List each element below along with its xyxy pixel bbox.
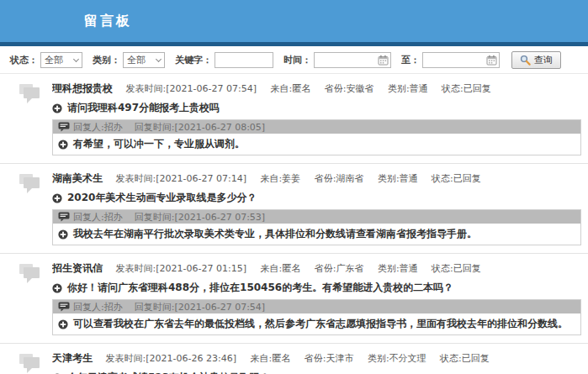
search-button[interactable]: 查询 bbox=[511, 51, 561, 69]
meta-posted-value: [2021-06-27 07:54] bbox=[166, 83, 257, 94]
message-title[interactable]: 理科想报贵校 bbox=[52, 82, 113, 94]
meta-posted-label: 发表时间: bbox=[116, 173, 156, 184]
chat-bubbles-icon bbox=[19, 174, 44, 196]
answer-line: 有希望，可以冲一下，专业服从调剂。 bbox=[53, 134, 580, 155]
reply-time-label: 回复时间: bbox=[135, 122, 175, 133]
replier-label: 回复人: bbox=[73, 302, 104, 313]
reply-time-label: 回复时间: bbox=[135, 212, 175, 223]
replier-value: 招办 bbox=[104, 212, 123, 223]
meta-category: 类别:普通 bbox=[378, 263, 418, 274]
calendar-icon[interactable] bbox=[378, 55, 389, 66]
reply-time: 回复时间:[2021-06-27 07:54] bbox=[135, 301, 265, 313]
meta-province: 省份:广东省 bbox=[315, 263, 364, 274]
reply-time: 回复时间:[2021-06-27 08:05] bbox=[135, 121, 265, 134]
replier-label: 回复人: bbox=[73, 122, 104, 133]
meta-province-value: 湖南省 bbox=[336, 173, 363, 184]
replier-value: 招办 bbox=[104, 122, 123, 133]
meta-from: 来自:匿名 bbox=[250, 353, 290, 364]
reply-time-value: [2021-06-27 07:53] bbox=[174, 212, 265, 223]
meta-province: 省份:天津市 bbox=[305, 353, 354, 364]
keyword-input[interactable] bbox=[215, 52, 273, 68]
time-from-input[interactable] bbox=[315, 54, 378, 66]
reply-time: 回复时间:[2021-06-27 07:53] bbox=[135, 211, 265, 224]
meta-category-value: 不分文理 bbox=[389, 353, 426, 364]
meta-category-value: 普通 bbox=[410, 83, 428, 94]
message-title[interactable]: 招生资讯信 bbox=[52, 262, 103, 274]
plus-circle-icon bbox=[58, 229, 68, 240]
time-to-field[interactable] bbox=[422, 52, 500, 68]
meta-province-value: 广东省 bbox=[336, 263, 363, 274]
meta-posted: 发表时间:[2021-06-27 07:14] bbox=[116, 173, 246, 184]
question-text: 2020年美术生动画专业录取线是多少分？ bbox=[67, 191, 257, 205]
reply-box: 回复人:招办 回复时间:[2021-06-27 07:53] 我校去年在湖南平行… bbox=[52, 209, 581, 245]
time-label: 时间： bbox=[283, 54, 311, 66]
chat-bubble-front bbox=[24, 87, 40, 98]
question-text: 你好！请问广东省理科488分，排位在150456的考生。有希望能进入贵校的二本吗… bbox=[67, 281, 453, 295]
meta-from-label: 来自: bbox=[260, 263, 282, 274]
reply-bar: 回复人:招办 回复时间:[2021-06-27 07:54] bbox=[53, 300, 580, 313]
time-to-input[interactable] bbox=[423, 54, 486, 66]
meta-status-label: 状态: bbox=[432, 263, 453, 274]
reply-bubble-icon bbox=[58, 302, 70, 312]
message-item: 招生资讯信 发表时间:[2021-06-27 01:15] 来自:匿名 省份:广… bbox=[0, 254, 588, 344]
meta-status-value: 已回复 bbox=[464, 83, 491, 94]
page-header: 留言板 bbox=[0, 0, 588, 42]
message-title[interactable]: 湖南美术生 bbox=[52, 172, 103, 184]
meta-status-value: 已回复 bbox=[453, 173, 481, 184]
meta-posted-label: 发表时间: bbox=[126, 83, 167, 94]
answer-text: 有希望，可以冲一下，专业服从调剂。 bbox=[73, 137, 245, 151]
chat-bubbles-icon bbox=[19, 354, 44, 374]
meta-category-value: 普通 bbox=[400, 173, 418, 184]
reply-time-value: [2021-06-27 08:05] bbox=[174, 122, 265, 133]
chat-bubbles-icon bbox=[19, 84, 44, 106]
reply-bar: 回复人:招办 回复时间:[2021-06-27 07:53] bbox=[53, 210, 580, 224]
message-list: 理科想报贵校 发表时间:[2021-06-27 07:54] 来自:匿名 省份:… bbox=[0, 74, 588, 374]
category-select[interactable]: 全部 bbox=[123, 52, 165, 68]
meta-from: 来自:匿名 bbox=[260, 263, 300, 274]
calendar-icon[interactable] bbox=[486, 55, 497, 66]
message-content: 理科想报贵校 发表时间:[2021-06-27 07:54] 来自:匿名 省份:… bbox=[52, 82, 581, 155]
meta-category: 类别:普通 bbox=[388, 83, 428, 94]
meta-status: 状态:已回复 bbox=[440, 353, 490, 364]
meta-province-label: 省份: bbox=[315, 173, 336, 184]
status-select[interactable]: 全部 bbox=[40, 52, 82, 68]
reply-bubble-icon bbox=[58, 212, 70, 222]
meta-posted: 发表时间:[2021-06-27 07:54] bbox=[126, 83, 257, 94]
meta-from-label: 来自: bbox=[250, 353, 272, 364]
replier: 回复人:招办 bbox=[73, 211, 123, 224]
reply-box: 回复人:招办 回复时间:[2021-06-27 07:54] 可以查看我校在广东… bbox=[52, 299, 581, 335]
meta-status: 状态:已回复 bbox=[432, 263, 481, 274]
category-select-value: 全部 bbox=[127, 54, 146, 66]
message-title[interactable]: 天津考生 bbox=[52, 352, 93, 364]
replier-value: 招办 bbox=[104, 302, 123, 313]
meta-posted: 发表时间:[2021-06-26 23:46] bbox=[106, 353, 236, 364]
plus-circle-icon bbox=[52, 193, 62, 203]
filter-bar: 状态： 全部 类别： 全部 关键字： 时间： 至： bbox=[0, 46, 588, 74]
status-label: 状态： bbox=[10, 54, 38, 66]
meta-category: 类别:不分文理 bbox=[368, 353, 426, 364]
message-meta-line: 湖南美术生 发表时间:[2021-06-27 07:14] 来自:姜姜 省份:湖… bbox=[52, 171, 581, 186]
message-content: 招生资讯信 发表时间:[2021-06-27 01:15] 来自:匿名 省份:广… bbox=[52, 261, 581, 335]
chat-bubbles-icon bbox=[19, 264, 44, 286]
meta-posted: 发表时间:[2021-06-27 01:15] bbox=[116, 263, 246, 274]
category-label: 类别： bbox=[93, 54, 120, 66]
chat-bubble-front bbox=[24, 267, 40, 278]
meta-category-label: 类别: bbox=[378, 263, 400, 274]
meta-status-label: 状态: bbox=[440, 353, 462, 364]
meta-posted-label: 发表时间: bbox=[116, 263, 156, 274]
meta-from-value: 姜姜 bbox=[282, 173, 300, 184]
plus-circle-icon bbox=[58, 140, 68, 150]
meta-province-value: 安徽省 bbox=[346, 83, 373, 94]
time-from-field[interactable] bbox=[314, 52, 391, 68]
keyword-label: 关键字： bbox=[175, 54, 212, 66]
question-text: 请问我理科497分能报考上贵校吗 bbox=[67, 101, 220, 115]
meta-from-label: 来自: bbox=[260, 173, 282, 184]
question-text: 今年天津高考成绩523有机会被贵校录取吗？ bbox=[67, 371, 270, 374]
question-line: 2020年美术生动画专业录取线是多少分？ bbox=[52, 191, 581, 205]
plus-circle-icon bbox=[58, 319, 68, 329]
meta-posted-value: [2021-06-26 23:46] bbox=[146, 353, 236, 364]
meta-province-label: 省份: bbox=[325, 83, 347, 94]
meta-category-label: 类别: bbox=[368, 353, 389, 364]
meta-from: 来自:姜姜 bbox=[260, 173, 300, 184]
page-title: 留言板 bbox=[84, 13, 132, 30]
